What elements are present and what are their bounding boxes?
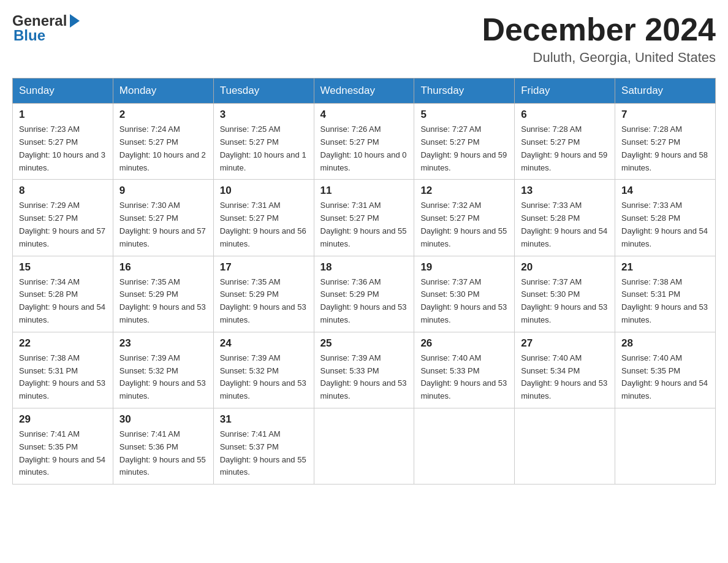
day-number: 8 bbox=[19, 185, 107, 197]
week-row-4: 22Sunrise: 7:38 AMSunset: 5:31 PMDayligh… bbox=[13, 332, 716, 408]
calendar-cell: 31Sunrise: 7:41 AMSunset: 5:37 PMDayligh… bbox=[213, 408, 314, 484]
day-number: 27 bbox=[521, 337, 609, 350]
day-info: Sunrise: 7:40 AMSunset: 5:33 PMDaylight:… bbox=[420, 352, 508, 403]
calendar-cell: 3Sunrise: 7:25 AMSunset: 5:27 PMDaylight… bbox=[213, 104, 314, 180]
calendar-cell: 18Sunrise: 7:36 AMSunset: 5:29 PMDayligh… bbox=[314, 256, 414, 332]
day-info: Sunrise: 7:34 AMSunset: 5:28 PMDaylight:… bbox=[19, 276, 107, 327]
day-info: Sunrise: 7:36 AMSunset: 5:29 PMDaylight:… bbox=[320, 276, 408, 327]
day-number: 28 bbox=[621, 337, 709, 350]
day-info: Sunrise: 7:33 AMSunset: 5:28 PMDaylight:… bbox=[521, 199, 609, 250]
page-header: General Blue December 2024 Duluth, Georg… bbox=[12, 12, 716, 66]
calendar-cell: 28Sunrise: 7:40 AMSunset: 5:35 PMDayligh… bbox=[615, 332, 716, 408]
day-info: Sunrise: 7:32 AMSunset: 5:27 PMDaylight:… bbox=[420, 199, 508, 250]
day-info: Sunrise: 7:39 AMSunset: 5:32 PMDaylight:… bbox=[119, 352, 207, 403]
calendar-cell: 24Sunrise: 7:39 AMSunset: 5:32 PMDayligh… bbox=[213, 332, 314, 408]
calendar-cell: 13Sunrise: 7:33 AMSunset: 5:28 PMDayligh… bbox=[515, 180, 615, 256]
calendar-cell: 21Sunrise: 7:38 AMSunset: 5:31 PMDayligh… bbox=[615, 256, 716, 332]
calendar-cell: 2Sunrise: 7:24 AMSunset: 5:27 PMDaylight… bbox=[113, 104, 213, 180]
week-row-1: 1Sunrise: 7:23 AMSunset: 5:27 PMDaylight… bbox=[13, 104, 716, 180]
weekday-header-thursday: Thursday bbox=[414, 79, 515, 104]
day-number: 30 bbox=[119, 413, 207, 426]
day-number: 10 bbox=[220, 185, 308, 197]
day-number: 21 bbox=[621, 261, 709, 274]
title-section: December 2024 Duluth, Georgia, United St… bbox=[482, 12, 716, 66]
day-info: Sunrise: 7:41 AMSunset: 5:35 PMDaylight:… bbox=[19, 428, 107, 479]
calendar-table: SundayMondayTuesdayWednesdayThursdayFrid… bbox=[12, 78, 716, 484]
calendar-cell: 4Sunrise: 7:26 AMSunset: 5:27 PMDaylight… bbox=[314, 104, 414, 180]
day-info: Sunrise: 7:31 AMSunset: 5:27 PMDaylight:… bbox=[220, 199, 308, 250]
calendar-cell: 12Sunrise: 7:32 AMSunset: 5:27 PMDayligh… bbox=[414, 180, 515, 256]
day-number: 23 bbox=[119, 337, 207, 350]
day-info: Sunrise: 7:38 AMSunset: 5:31 PMDaylight:… bbox=[19, 352, 107, 403]
weekday-header-row: SundayMondayTuesdayWednesdayThursdayFrid… bbox=[13, 79, 716, 104]
day-number: 29 bbox=[19, 413, 107, 426]
calendar-cell: 10Sunrise: 7:31 AMSunset: 5:27 PMDayligh… bbox=[213, 180, 314, 256]
day-info: Sunrise: 7:24 AMSunset: 5:27 PMDaylight:… bbox=[119, 123, 207, 174]
calendar-cell bbox=[615, 408, 716, 484]
calendar-cell: 9Sunrise: 7:30 AMSunset: 5:27 PMDaylight… bbox=[113, 180, 213, 256]
calendar-cell bbox=[515, 408, 615, 484]
calendar-cell: 19Sunrise: 7:37 AMSunset: 5:30 PMDayligh… bbox=[414, 256, 515, 332]
day-info: Sunrise: 7:31 AMSunset: 5:27 PMDaylight:… bbox=[320, 199, 408, 250]
day-number: 14 bbox=[621, 185, 709, 197]
calendar-cell: 1Sunrise: 7:23 AMSunset: 5:27 PMDaylight… bbox=[13, 104, 113, 180]
day-number: 3 bbox=[220, 109, 308, 121]
day-number: 15 bbox=[19, 261, 107, 274]
day-number: 9 bbox=[119, 185, 207, 197]
calendar-cell: 6Sunrise: 7:28 AMSunset: 5:27 PMDaylight… bbox=[515, 104, 615, 180]
calendar-cell: 15Sunrise: 7:34 AMSunset: 5:28 PMDayligh… bbox=[13, 256, 113, 332]
weekday-header-saturday: Saturday bbox=[615, 79, 716, 104]
month-title: December 2024 bbox=[482, 12, 716, 47]
weekday-header-friday: Friday bbox=[515, 79, 615, 104]
day-info: Sunrise: 7:39 AMSunset: 5:33 PMDaylight:… bbox=[320, 352, 408, 403]
weekday-header-monday: Monday bbox=[113, 79, 213, 104]
calendar-cell: 16Sunrise: 7:35 AMSunset: 5:29 PMDayligh… bbox=[113, 256, 213, 332]
calendar-cell: 27Sunrise: 7:40 AMSunset: 5:34 PMDayligh… bbox=[515, 332, 615, 408]
day-info: Sunrise: 7:37 AMSunset: 5:30 PMDaylight:… bbox=[420, 276, 508, 327]
day-info: Sunrise: 7:39 AMSunset: 5:32 PMDaylight:… bbox=[220, 352, 308, 403]
day-info: Sunrise: 7:25 AMSunset: 5:27 PMDaylight:… bbox=[220, 123, 308, 174]
day-number: 18 bbox=[320, 261, 408, 274]
calendar-cell: 20Sunrise: 7:37 AMSunset: 5:30 PMDayligh… bbox=[515, 256, 615, 332]
calendar-cell: 8Sunrise: 7:29 AMSunset: 5:27 PMDaylight… bbox=[13, 180, 113, 256]
day-info: Sunrise: 7:26 AMSunset: 5:27 PMDaylight:… bbox=[320, 123, 408, 174]
calendar-cell: 25Sunrise: 7:39 AMSunset: 5:33 PMDayligh… bbox=[314, 332, 414, 408]
calendar-cell: 30Sunrise: 7:41 AMSunset: 5:36 PMDayligh… bbox=[113, 408, 213, 484]
day-info: Sunrise: 7:27 AMSunset: 5:27 PMDaylight:… bbox=[420, 123, 508, 174]
day-number: 2 bbox=[119, 109, 207, 121]
day-number: 25 bbox=[320, 337, 408, 350]
day-number: 20 bbox=[521, 261, 609, 274]
day-number: 24 bbox=[220, 337, 308, 350]
day-info: Sunrise: 7:40 AMSunset: 5:34 PMDaylight:… bbox=[521, 352, 609, 403]
week-row-2: 8Sunrise: 7:29 AMSunset: 5:27 PMDaylight… bbox=[13, 180, 716, 256]
day-info: Sunrise: 7:29 AMSunset: 5:27 PMDaylight:… bbox=[19, 199, 107, 250]
calendar-cell: 23Sunrise: 7:39 AMSunset: 5:32 PMDayligh… bbox=[113, 332, 213, 408]
day-info: Sunrise: 7:23 AMSunset: 5:27 PMDaylight:… bbox=[19, 123, 107, 174]
day-info: Sunrise: 7:40 AMSunset: 5:35 PMDaylight:… bbox=[621, 352, 709, 403]
day-number: 12 bbox=[420, 185, 508, 197]
day-number: 31 bbox=[220, 413, 308, 426]
day-number: 11 bbox=[320, 185, 408, 197]
day-info: Sunrise: 7:33 AMSunset: 5:28 PMDaylight:… bbox=[621, 199, 709, 250]
week-row-3: 15Sunrise: 7:34 AMSunset: 5:28 PMDayligh… bbox=[13, 256, 716, 332]
calendar-cell: 29Sunrise: 7:41 AMSunset: 5:35 PMDayligh… bbox=[13, 408, 113, 484]
calendar-cell: 17Sunrise: 7:35 AMSunset: 5:29 PMDayligh… bbox=[213, 256, 314, 332]
week-row-5: 29Sunrise: 7:41 AMSunset: 5:35 PMDayligh… bbox=[13, 408, 716, 484]
weekday-header-sunday: Sunday bbox=[13, 79, 113, 104]
calendar-cell bbox=[314, 408, 414, 484]
calendar-cell: 5Sunrise: 7:27 AMSunset: 5:27 PMDaylight… bbox=[414, 104, 515, 180]
day-info: Sunrise: 7:35 AMSunset: 5:29 PMDaylight:… bbox=[220, 276, 308, 327]
weekday-header-wednesday: Wednesday bbox=[314, 79, 414, 104]
logo-triangle-icon bbox=[70, 14, 80, 28]
day-number: 16 bbox=[119, 261, 207, 274]
day-number: 19 bbox=[420, 261, 508, 274]
logo: General Blue bbox=[12, 12, 80, 44]
calendar-cell: 7Sunrise: 7:28 AMSunset: 5:27 PMDaylight… bbox=[615, 104, 716, 180]
calendar-cell: 11Sunrise: 7:31 AMSunset: 5:27 PMDayligh… bbox=[314, 180, 414, 256]
day-number: 6 bbox=[521, 109, 609, 121]
day-number: 13 bbox=[521, 185, 609, 197]
day-number: 7 bbox=[621, 109, 709, 121]
location-text: Duluth, Georgia, United States bbox=[482, 50, 716, 66]
day-info: Sunrise: 7:41 AMSunset: 5:37 PMDaylight:… bbox=[220, 428, 308, 479]
day-number: 1 bbox=[19, 109, 107, 121]
